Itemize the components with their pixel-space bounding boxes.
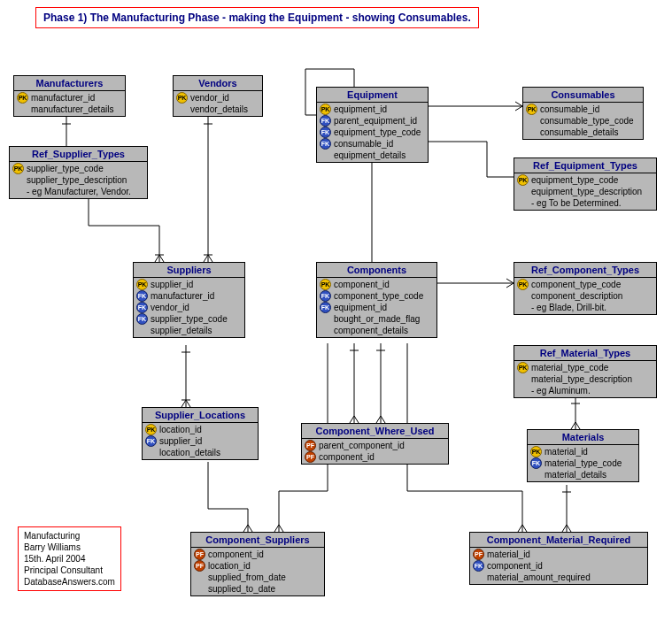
key-spacer <box>320 314 331 324</box>
info-line: Barry Williams <box>24 542 115 553</box>
entity-materials: Materials PKmaterial_idFKmaterial_type_c… <box>527 429 639 482</box>
entity-components: Components PKcomponent_idFKcomponent_typ… <box>316 262 437 338</box>
pk-key-icon: PK <box>526 104 537 115</box>
pk-key-icon: PK <box>145 424 157 435</box>
entity-attribute-row: PKconsumable_id <box>523 104 643 115</box>
pf-key-icon: PF <box>305 451 316 463</box>
entity-attribute-row: PFparent_component_id <box>302 440 448 451</box>
attribute-text: component_type_code <box>531 279 621 290</box>
entity-attribute-row: PKsupplier_id <box>134 279 244 290</box>
entity-attribute-row: - eg Manufacturer, Vendor. <box>10 186 147 197</box>
entity-attribute-row: PKmaterial_type_code <box>514 362 656 373</box>
entity-attribute-row: supplied_to_date <box>191 583 324 595</box>
attribute-text: material_id <box>545 446 588 457</box>
attribute-text: consumable_type_code <box>540 115 634 127</box>
title-text: Phase 1) The Manufacturing Phase - makin… <box>43 12 471 24</box>
key-spacer <box>136 326 148 335</box>
entity-ref-component-types: Ref_Component_Types PKcomponent_type_cod… <box>514 262 657 315</box>
attribute-text: parent_component_id <box>319 440 405 451</box>
attribute-text: - eg Manufacturer, Vendor. <box>27 186 131 197</box>
pk-key-icon: PK <box>517 362 529 373</box>
attribute-text: vendor_id <box>151 302 189 313</box>
attribute-text: consumable_id <box>334 138 393 150</box>
entity-attribute-row: FKsupplier_id <box>143 435 258 447</box>
key-spacer <box>12 187 24 196</box>
entity-manufacturers: Manufacturers PKmanufacturer_idmanufactu… <box>13 75 126 117</box>
key-spacer <box>320 326 331 335</box>
attribute-text: supplier_type_code <box>151 313 228 325</box>
entity-consumables: Consumables PKconsumable_idconsumable_ty… <box>522 87 644 140</box>
attribute-text: material_type_code <box>545 457 622 469</box>
entity-attribute-row: component_description <box>514 290 656 302</box>
attribute-text: equipment_details <box>334 150 406 161</box>
entity-header: Component_Material_Required <box>470 533 647 548</box>
attribute-text: supplier_id <box>151 279 193 290</box>
key-spacer <box>320 150 331 160</box>
entity-header: Equipment <box>317 88 428 103</box>
entity-attribute-row: PKvendor_id <box>174 92 262 104</box>
entity-attribute-row: consumable_details <box>523 127 643 138</box>
entity-header: Ref_Component_Types <box>514 263 656 278</box>
entity-supplier-locations: Supplier_Locations PKlocation_idFKsuppli… <box>142 407 259 460</box>
entity-equipment: Equipment PKequipment_idFKparent_equipme… <box>316 87 429 163</box>
entity-attribute-row: manufacturer_details <box>14 104 125 115</box>
pk-key-icon: PK <box>320 279 331 290</box>
key-spacer <box>194 572 205 582</box>
entity-attribute-row: PFlocation_id <box>191 560 324 572</box>
fk-key-icon: FK <box>145 435 157 447</box>
entity-attribute-row: supplier_details <box>134 325 244 336</box>
fk-key-icon: FK <box>320 302 331 313</box>
attribute-text: supplier_id <box>159 435 202 447</box>
attribute-text: component_type_code <box>334 290 423 302</box>
pk-key-icon: PK <box>517 174 529 186</box>
attribute-text: component_id <box>319 451 375 463</box>
key-spacer <box>473 572 484 582</box>
entity-attribute-row: PFmaterial_id <box>470 549 647 560</box>
pf-key-icon: PF <box>194 549 205 560</box>
attribute-text: - eg Aluminum. <box>531 385 591 396</box>
entity-attribute-row: vendor_details <box>174 104 262 115</box>
entity-attribute-row: bought_or_made_flag <box>317 313 436 325</box>
attribute-text: bought_or_made_flag <box>334 313 420 325</box>
attribute-text: component_id <box>208 549 264 560</box>
attribute-text: supplied_from_date <box>208 572 286 583</box>
attribute-text: material_id <box>487 549 530 560</box>
entity-attribute-row: PKequipment_id <box>317 104 428 115</box>
entity-attribute-row: - eg Blade, Drill-bit. <box>514 302 656 313</box>
entity-attribute-row: FKequipment_type_code <box>317 127 428 138</box>
attribute-text: supplier_details <box>151 325 212 336</box>
key-spacer <box>517 291 529 301</box>
entity-attribute-row: material_type_description <box>514 373 656 385</box>
attribute-text: manufacturer_details <box>31 104 113 115</box>
entity-header: Suppliers <box>134 263 244 278</box>
key-spacer <box>517 374 529 384</box>
fk-key-icon: FK <box>320 115 331 127</box>
key-spacer <box>517 187 529 196</box>
fk-key-icon: FK <box>320 138 331 150</box>
key-spacer <box>517 198 529 208</box>
attribute-text: material_type_description <box>531 373 632 385</box>
attribute-text: material_amount_required <box>487 572 591 583</box>
entity-attribute-row: FKconsumable_id <box>317 138 428 150</box>
key-spacer <box>526 116 537 126</box>
attribute-text: equipment_id <box>334 302 387 313</box>
attribute-text: location_id <box>159 424 202 435</box>
entity-header: Ref_Supplier_Types <box>10 147 147 162</box>
entity-attribute-row: equipment_type_description <box>514 186 656 197</box>
fk-key-icon: FK <box>530 457 542 469</box>
attribute-text: material_details <box>545 469 606 480</box>
attribute-text: location_details <box>159 447 220 458</box>
attribute-text: equipment_type_code <box>531 174 618 186</box>
entity-attribute-row: PKcomponent_id <box>317 279 436 290</box>
entity-ref-material-types: Ref_Material_Types PKmaterial_type_codem… <box>514 345 657 398</box>
entity-attribute-row: FKsupplier_type_code <box>134 313 244 325</box>
entity-attribute-row: PFcomponent_id <box>191 549 324 560</box>
entity-component-suppliers: Component_Suppliers PFcomponent_idPFloca… <box>190 532 325 596</box>
info-line: Principal Consultant <box>24 565 115 576</box>
pk-key-icon: PK <box>530 446 542 457</box>
attribute-text: component_id <box>334 279 390 290</box>
entity-attribute-row: supplied_from_date <box>191 572 324 583</box>
entity-component-where-used: Component_Where_Used PFparent_component_… <box>301 423 449 465</box>
entity-header: Ref_Equipment_Types <box>514 158 656 173</box>
pk-key-icon: PK <box>320 104 331 115</box>
